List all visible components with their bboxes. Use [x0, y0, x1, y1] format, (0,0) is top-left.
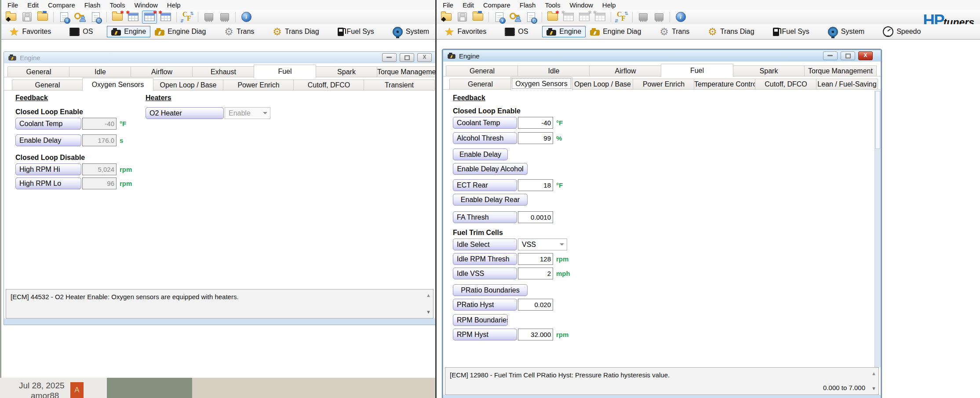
subtab-cutoff-dfco[interactable]: Cutoff, DFCO	[293, 80, 364, 90]
o2-heater-select[interactable]: Enable	[225, 107, 270, 119]
param-button-rpm-hyst[interactable]: RPM Hyst	[453, 329, 517, 340]
dialog-titlebar[interactable]: Engine	[4, 52, 435, 63]
tab-torque-management[interactable]: Torque Management	[804, 65, 877, 76]
enable-delay-rear-button[interactable]: Enable Delay Rear	[453, 194, 528, 206]
scrollbar-thumb[interactable]	[875, 91, 880, 149]
read-vehicle-button[interactable]	[652, 11, 666, 23]
param-button-high-rpm-hi[interactable]: High RPM Hi	[15, 163, 81, 175]
menu-window[interactable]: Window	[569, 1, 593, 9]
nav-fuel-sys[interactable]: Fuel Sys	[769, 26, 814, 38]
param-value-coolant-temp[interactable]: -40	[518, 117, 553, 129]
param-value-rpm-hyst[interactable]: 32.000	[518, 329, 553, 340]
tab-general[interactable]: General	[446, 65, 518, 76]
file-info-button[interactable]: i	[57, 11, 71, 23]
param-value-idle-rpm-thresh[interactable]: 128	[518, 253, 553, 265]
maximize-button[interactable]	[400, 53, 414, 62]
subtab-open-loop-base[interactable]: Open Loop / Base	[572, 79, 634, 90]
tab-spark[interactable]: Spark	[315, 66, 378, 77]
close-button[interactable]	[858, 51, 873, 60]
param-value-high-rpm-hi[interactable]: 5,024	[82, 163, 117, 175]
param-button-idle-select[interactable]: Idle Select	[453, 239, 517, 250]
minimize-button[interactable]	[823, 51, 838, 60]
save-file-button[interactable]	[20, 11, 34, 23]
param-button-fa-thresh[interactable]: FA Thresh	[453, 211, 517, 223]
menu-window[interactable]: Window	[134, 1, 157, 9]
tab-airflow[interactable]: Airflow	[131, 66, 193, 77]
compare-open-button[interactable]	[546, 11, 560, 23]
tab-general[interactable]: General	[7, 66, 70, 77]
rpm-boundaries-button[interactable]: RPM Boundaries	[453, 314, 508, 326]
idle-select-dropdown[interactable]: VSS	[518, 239, 567, 250]
enable-delay-button[interactable]: Enable Delay	[453, 148, 508, 160]
menu-file[interactable]: File	[443, 1, 453, 9]
param-button-idle-rpm-thresh[interactable]: Idle RPM Thresh	[453, 253, 517, 265]
menu-flash[interactable]: Flash	[520, 1, 536, 9]
compare-functions-button[interactable]: ⇅⇵	[615, 11, 629, 23]
nav-os[interactable]: OS	[65, 26, 97, 38]
menu-help[interactable]: Help	[602, 1, 616, 9]
subtab-oxygen-sensors[interactable]: Oxygen Sensors	[82, 78, 153, 91]
param-button-enable-delay[interactable]: Enable Delay	[15, 134, 81, 146]
menu-help[interactable]: Help	[167, 1, 181, 9]
maximize-button[interactable]	[841, 51, 855, 60]
subtab-general[interactable]: General	[449, 79, 511, 90]
vehicle-info-button[interactable]	[239, 11, 253, 23]
nav-trans-diag[interactable]: Trans Diag	[268, 25, 323, 39]
close-button[interactable]	[417, 53, 432, 62]
open-repository-button[interactable]	[471, 11, 485, 23]
read-vehicle-button[interactable]	[218, 11, 232, 23]
param-button-high-rpm-lo[interactable]: High RPM Lo	[15, 177, 81, 189]
enable-delay-alcohol-button[interactable]: Enable Delay Alcohol	[453, 163, 528, 175]
param-button-pratio-hyst[interactable]: PRatio Hyst	[453, 299, 517, 311]
tab-idle[interactable]: Idle	[69, 66, 131, 77]
nav-favorites[interactable]: Favorites	[5, 25, 55, 39]
menu-edit[interactable]: Edit	[27, 1, 39, 9]
nav-favorites[interactable]: Favorites	[440, 25, 491, 39]
license-button[interactable]	[508, 11, 522, 23]
compare-functions-button[interactable]: ⇅⇵	[180, 11, 194, 23]
param-value-idle-vss[interactable]: 2	[518, 268, 553, 279]
menu-tools[interactable]: Tools	[545, 1, 560, 9]
compare-table-b-button[interactable]: ✱	[577, 11, 591, 23]
subtab-general[interactable]: General	[12, 80, 83, 90]
menu-file[interactable]: File	[7, 1, 18, 9]
menu-edit[interactable]: Edit	[463, 1, 474, 9]
pratio-boundaries-button[interactable]: PRatio Boundaries	[453, 284, 528, 296]
menu-tools[interactable]: Tools	[109, 1, 125, 9]
menu-compare[interactable]: Compare	[483, 1, 510, 9]
open-repository-button[interactable]	[36, 11, 50, 23]
write-vehicle-button[interactable]	[636, 11, 650, 23]
scroll-down-icon[interactable]: ▼	[871, 386, 876, 391]
tab-exhaust[interactable]: Exhaust	[192, 66, 255, 77]
nav-trans[interactable]: Trans	[220, 25, 259, 39]
param-value-enable-delay[interactable]: 176.0	[82, 134, 117, 146]
nav-engine[interactable]: Engine	[107, 26, 150, 37]
compare-open-button[interactable]	[110, 11, 124, 23]
nav-trans[interactable]: Trans	[655, 25, 694, 39]
scroll-up-icon[interactable]: ▲	[426, 293, 431, 298]
subtab-open-loop-base[interactable]: Open Loop / Base	[153, 80, 224, 90]
param-value-ect-rear[interactable]: 18	[518, 179, 553, 191]
subtab-oxygen-sensors[interactable]: Oxygen Sensors	[510, 77, 572, 90]
nav-system[interactable]: System	[388, 25, 434, 39]
tab-fuel[interactable]: Fuel	[254, 65, 316, 78]
param-button-alcohol-thresh[interactable]: Alcohol Thresh	[453, 132, 517, 144]
nav-os[interactable]: OS	[500, 26, 532, 38]
menu-compare[interactable]: Compare	[48, 1, 75, 9]
compare-table-a-button[interactable]: ✱	[561, 11, 576, 23]
content-scrollbar[interactable]	[874, 90, 881, 367]
save-file-button[interactable]	[455, 11, 469, 23]
subtab-temperature-control[interactable]: Temperature Contro	[694, 79, 756, 90]
scroll-up-icon[interactable]: ▲	[871, 371, 876, 376]
minimize-button[interactable]	[382, 53, 397, 62]
compare-table-c-button[interactable]: ✱	[593, 11, 607, 23]
tab-spark[interactable]: Spark	[732, 65, 805, 76]
nav-system[interactable]: System	[823, 25, 869, 39]
nav-engine[interactable]: Engine	[542, 26, 586, 37]
param-value-fa-thresh[interactable]: 0.0010	[518, 211, 553, 223]
open-file-button[interactable]	[4, 11, 18, 23]
param-button-idle-vss[interactable]: Idle VSS	[453, 268, 517, 279]
nav-engine-diag[interactable]: Engine Diag	[150, 26, 210, 37]
open-file-button[interactable]	[439, 11, 453, 23]
param-value-pratio-hyst[interactable]: 0.020	[518, 299, 553, 311]
